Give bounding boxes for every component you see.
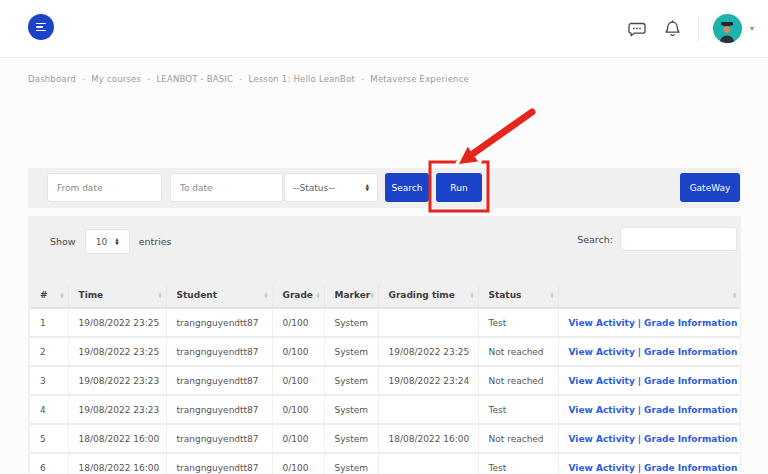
table-row: 1 19/08/2022 23:25 trangnguyendtt87 0/10… — [30, 308, 740, 337]
chat-bubble-icon[interactable] — [626, 18, 648, 40]
sort-icon: ▲▼ — [158, 292, 161, 299]
cell-time: 19/08/2022 23:23 — [68, 366, 166, 395]
cell-grading-time: 19/08/2022 23:25 — [378, 337, 478, 366]
grade-information-link[interactable]: Grade Information — [644, 463, 737, 473]
cell-actions: View Activity|Grade Information — [558, 366, 740, 395]
breadcrumb-dashboard[interactable]: Dashboard — [28, 74, 76, 84]
status-select[interactable]: --Status-- ▲▼ — [284, 173, 378, 202]
menu-list-icon — [36, 23, 46, 32]
cell-actions: View Activity|Grade Information — [558, 395, 740, 424]
top-navbar: ▾ — [0, 0, 768, 58]
cell-time: 18/08/2022 16:00 — [68, 453, 166, 474]
cell-grading-time — [378, 308, 478, 337]
cell-status: Not reached — [478, 366, 558, 395]
breadcrumb-separator: - — [82, 74, 85, 84]
cell-actions: View Activity|Grade Information — [558, 453, 740, 474]
breadcrumb-separator: - — [239, 74, 242, 84]
col-header-time[interactable]: Time▲▼ — [68, 283, 166, 308]
col-header-num[interactable]: #▲▼ — [30, 283, 68, 308]
cell-grade: 0/100 — [272, 395, 324, 424]
breadcrumb-lesson[interactable]: Lesson 1: Hello LeanBot — [249, 74, 356, 84]
breadcrumb-activity[interactable]: Metaverse Experience — [370, 74, 469, 84]
col-header-actions[interactable]: ▲▼ — [558, 283, 740, 308]
cell-student: trangnguyendtt87 — [166, 308, 272, 337]
select-arrows-icon: ▲▼ — [115, 238, 118, 246]
cell-marker: System — [324, 424, 378, 453]
grade-information-link[interactable]: Grade Information — [644, 434, 737, 444]
filter-bar: --Status-- ▲▼ Search Run GateWay — [28, 168, 741, 208]
search-button[interactable]: Search — [385, 173, 429, 202]
notification-bell-icon[interactable] — [662, 18, 684, 40]
view-activity-link[interactable]: View Activity — [569, 376, 635, 386]
sort-icon: ▲▼ — [550, 292, 553, 299]
col-header-status[interactable]: Status▲▼ — [478, 283, 558, 308]
col-header-grading-time[interactable]: Grading time▲▼ — [378, 283, 478, 308]
col-header-student[interactable]: Student▲▼ — [166, 283, 272, 308]
cell-status: Not reached — [478, 337, 558, 366]
chevron-down-icon[interactable]: ▾ — [750, 24, 754, 33]
from-date-input[interactable] — [47, 173, 162, 202]
cell-actions: View Activity|Grade Information — [558, 424, 740, 453]
app-logo[interactable] — [28, 14, 54, 40]
cell-grade: 0/100 — [272, 337, 324, 366]
col-header-marker[interactable]: Marker▲▼ — [324, 283, 378, 308]
cell-actions: View Activity|Grade Information — [558, 308, 740, 337]
table-row: 3 19/08/2022 23:23 trangnguyendtt87 0/10… — [30, 366, 740, 395]
cell-student: trangnguyendtt87 — [166, 424, 272, 453]
view-activity-link[interactable]: View Activity — [569, 318, 635, 328]
cell-status: Test — [478, 395, 558, 424]
table-row: 4 19/08/2022 23:23 trangnguyendtt87 0/10… — [30, 395, 740, 424]
status-select-value: --Status-- — [293, 183, 335, 193]
to-date-input[interactable] — [170, 173, 283, 202]
cell-marker: System — [324, 337, 378, 366]
col-header-grade[interactable]: Grade▲▼ — [272, 283, 324, 308]
cell-grade: 0/100 — [272, 453, 324, 474]
annotation-arrow-icon — [459, 112, 532, 164]
sort-icon: ▲▼ — [316, 292, 319, 299]
sort-icon: ▲▼ — [264, 292, 267, 299]
view-activity-link[interactable]: View Activity — [569, 463, 635, 473]
cell-marker: System — [324, 308, 378, 337]
action-separator: | — [638, 347, 641, 357]
cell-student: trangnguyendtt87 — [166, 337, 272, 366]
cell-status: Test — [478, 308, 558, 337]
cell-grading-time — [378, 395, 478, 424]
cell-grading-time: 18/08/2022 16:00 — [378, 424, 478, 453]
cell-marker: System — [324, 395, 378, 424]
grade-information-link[interactable]: Grade Information — [644, 405, 737, 415]
view-activity-link[interactable]: View Activity — [569, 434, 635, 444]
grade-information-link[interactable]: Grade Information — [644, 318, 737, 328]
grade-information-link[interactable]: Grade Information — [644, 347, 737, 357]
table-search-input[interactable] — [620, 227, 737, 251]
gateway-button[interactable]: GateWay — [680, 173, 740, 202]
cell-marker: System — [324, 366, 378, 395]
cell-student: trangnguyendtt87 — [166, 395, 272, 424]
breadcrumb-course[interactable]: LEANBOT - BASIC — [156, 74, 233, 84]
cell-num: 6 — [30, 453, 68, 474]
grade-information-link[interactable]: Grade Information — [644, 376, 737, 386]
table-row: 6 18/08/2022 16:00 trangnguyendtt87 0/10… — [30, 453, 740, 474]
select-arrows-icon: ▲▼ — [366, 184, 369, 192]
cell-grade: 0/100 — [272, 366, 324, 395]
cell-grade: 0/100 — [272, 424, 324, 453]
breadcrumb-my-courses[interactable]: My courses — [91, 74, 141, 84]
table-row: 5 18/08/2022 16:00 trangnguyendtt87 0/10… — [30, 424, 740, 453]
sort-icon: ▲▼ — [60, 292, 63, 299]
page-size-control: Show 10 ▲▼ entries — [50, 229, 172, 254]
cell-actions: View Activity|Grade Information — [558, 337, 740, 366]
user-avatar[interactable] — [713, 14, 742, 43]
page-size-select[interactable]: 10 ▲▼ — [85, 229, 130, 254]
action-separator: | — [638, 463, 641, 473]
cell-marker: System — [324, 453, 378, 474]
sort-icon: ▲▼ — [470, 292, 473, 299]
cell-grade: 0/100 — [272, 308, 324, 337]
view-activity-link[interactable]: View Activity — [569, 405, 635, 415]
graduate-avatar-icon — [716, 19, 738, 43]
cell-student: trangnguyendtt87 — [166, 453, 272, 474]
view-activity-link[interactable]: View Activity — [569, 347, 635, 357]
cell-num: 5 — [30, 424, 68, 453]
cell-status: Not reached — [478, 424, 558, 453]
sort-icon: ▲▼ — [733, 292, 736, 299]
run-button[interactable]: Run — [436, 173, 482, 202]
breadcrumb: Dashboard - My courses - LEANBOT - BASIC… — [28, 74, 469, 84]
